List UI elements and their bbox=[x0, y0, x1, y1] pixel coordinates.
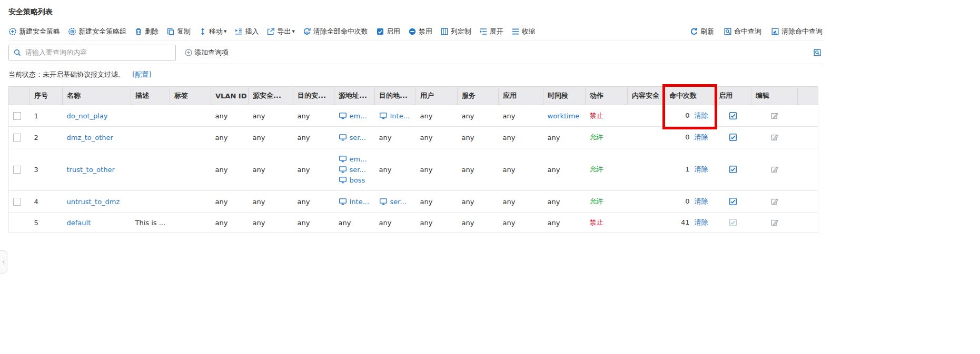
cell-dst_zone: any bbox=[293, 191, 334, 213]
chevron-left-icon bbox=[1, 259, 6, 265]
toolbar-button-hit-query[interactable]: 命中查询 bbox=[724, 27, 761, 36]
address-object-link[interactable]: ser... bbox=[390, 198, 407, 206]
cell-service: any bbox=[458, 191, 499, 213]
clear-hits-link[interactable]: 清除 bbox=[695, 112, 708, 119]
panel-collapse-handle[interactable] bbox=[0, 250, 7, 274]
address-object-link[interactable]: em... bbox=[350, 155, 367, 163]
toolbar-button-delete[interactable]: 删除 bbox=[134, 27, 159, 36]
cell-hits: 41清除 bbox=[665, 213, 715, 233]
edit-icon[interactable] bbox=[770, 112, 779, 120]
toolbar-button-column-custom[interactable]: 列定制 bbox=[440, 27, 471, 36]
search-input[interactable] bbox=[25, 48, 171, 56]
edit-icon[interactable] bbox=[770, 165, 779, 174]
row-select-checkbox[interactable] bbox=[13, 112, 21, 120]
policy-name-link[interactable]: untrust_to_dmz bbox=[67, 198, 120, 206]
time-range-link[interactable]: worktime bbox=[548, 112, 580, 120]
checkbox-checked-icon[interactable] bbox=[729, 133, 737, 141]
cell-dst_zone: any bbox=[293, 127, 334, 148]
row-select-checkbox[interactable] bbox=[13, 134, 21, 141]
toolbar-button-label: 收缩 bbox=[522, 27, 536, 36]
cell-src_addr: ser... bbox=[334, 127, 375, 148]
cell-dst_addr: any bbox=[375, 213, 416, 233]
hit-count-value: 41 bbox=[681, 218, 690, 226]
toolbar-left-group: 新建安全策略新建安全策略组删除复制移动▼插入导出▼00清除全部命中次数启用禁用列… bbox=[8, 27, 543, 36]
policy-row-trust_to_other: 3trust_to_otheranyanyanyem...ser...bossa… bbox=[9, 148, 818, 191]
cell-app: any bbox=[499, 148, 543, 191]
toolbar-button-new-policy-group[interactable]: 新建安全策略组 bbox=[68, 27, 126, 36]
toolbar-button-insert[interactable]: 插入 bbox=[234, 27, 259, 36]
edit-icon[interactable] bbox=[770, 218, 779, 227]
toolbar-button-copy[interactable]: 复制 bbox=[166, 27, 191, 36]
address-object-link[interactable]: ser... bbox=[350, 134, 366, 141]
toolbar-button-label: 移动 bbox=[209, 27, 223, 36]
policy-row-do_not_play: 1do_not_playanyanyanyem...Inte...anyanya… bbox=[9, 105, 818, 127]
cell-user: any bbox=[416, 213, 458, 233]
cell-name: untrust_to_dmz bbox=[63, 191, 131, 213]
clear-hits-link[interactable]: 清除 bbox=[695, 218, 708, 226]
toolbar-button-expand[interactable]: 展开 bbox=[479, 27, 503, 36]
row-select-checkbox[interactable] bbox=[13, 166, 21, 174]
edit-icon[interactable] bbox=[770, 133, 779, 141]
address-object: boss bbox=[339, 175, 371, 185]
cell-dst_addr: any bbox=[375, 148, 416, 191]
policy-row-dmz_to_other: 2dmz_to_otheranyanyanyser...anyanyanyany… bbox=[9, 127, 818, 148]
delete-icon bbox=[134, 27, 143, 36]
toolbar-button-label: 删除 bbox=[145, 27, 159, 36]
address-object-link[interactable]: boss bbox=[350, 176, 365, 184]
cell-app: any bbox=[499, 105, 543, 127]
row-select-checkbox[interactable] bbox=[13, 198, 21, 206]
column-header-name: 名称 bbox=[63, 87, 131, 105]
checkbox-checked-icon[interactable] bbox=[729, 165, 737, 174]
clear-hits-link[interactable]: 清除 bbox=[695, 133, 708, 141]
checkbox-checked-icon[interactable] bbox=[729, 112, 737, 120]
cell-desc bbox=[131, 148, 170, 191]
action-label: 允许 bbox=[590, 165, 603, 173]
policy-row-untrust_to_dmz: 4untrust_to_dmzanyanyanyInte...ser...any… bbox=[9, 191, 818, 213]
toolbar-button-move[interactable]: 移动▼ bbox=[199, 27, 226, 36]
toolbar-button-disable[interactable]: 禁用 bbox=[408, 27, 432, 36]
edit-icon[interactable] bbox=[770, 197, 779, 206]
svg-text:00: 00 bbox=[305, 31, 308, 34]
cell-select bbox=[9, 148, 30, 191]
address-object: ser... bbox=[379, 196, 412, 207]
hit-query-shortcut-button[interactable] bbox=[811, 47, 824, 58]
action-label: 允许 bbox=[590, 197, 603, 205]
clear-hits-link[interactable]: 清除 bbox=[695, 165, 708, 173]
cell-tag bbox=[170, 148, 211, 191]
toolbar-button-clear-all-hits[interactable]: 00清除全部命中次数 bbox=[303, 27, 368, 36]
toolbar-button-new-policy[interactable]: 新建安全策略 bbox=[8, 27, 60, 36]
toolbar-button-label: 复制 bbox=[177, 27, 191, 36]
add-query-button[interactable]: 添加查询项 bbox=[184, 48, 229, 57]
toolbar-button-collapse[interactable]: 收缩 bbox=[511, 27, 536, 36]
address-object-link[interactable]: em... bbox=[350, 112, 367, 120]
cell-dst_addr: any bbox=[375, 127, 416, 148]
cell-service: any bbox=[458, 213, 499, 233]
cell-edit bbox=[751, 191, 798, 213]
cell-select bbox=[9, 213, 30, 233]
column-header-edit: 编辑 bbox=[751, 87, 798, 105]
toolbar-button-label: 刷新 bbox=[700, 27, 714, 36]
cell-src_addr: any bbox=[334, 213, 375, 233]
toolbar-button-export[interactable]: 导出▼ bbox=[266, 27, 294, 36]
toolbar-button-clear-hit-query[interactable]: 清除命中查询 bbox=[771, 27, 823, 36]
cell-dst_zone: any bbox=[293, 213, 334, 233]
checkbox-checked-icon[interactable] bbox=[729, 197, 737, 206]
policy-name-link[interactable]: default bbox=[67, 219, 91, 227]
policy-name-link[interactable]: do_not_play bbox=[67, 112, 108, 120]
toolbar-button-enable[interactable]: 启用 bbox=[376, 27, 400, 36]
toolbar-button-label: 命中查询 bbox=[734, 27, 761, 36]
column-header-filler bbox=[798, 87, 818, 105]
toolbar-button-refresh[interactable]: 刷新 bbox=[690, 27, 714, 36]
cell-seq: 4 bbox=[30, 191, 63, 213]
config-link[interactable]: [配置] bbox=[132, 70, 151, 78]
clear-hits-link[interactable]: 清除 bbox=[695, 197, 708, 205]
status-row: 当前状态：未开启基础协议报文过滤。 [配置] bbox=[8, 64, 824, 86]
cell-app: any bbox=[499, 127, 543, 148]
policy-name-link[interactable]: dmz_to_other bbox=[67, 134, 113, 141]
address-object-link[interactable]: Inte... bbox=[390, 112, 410, 120]
address-object-link[interactable]: ser... bbox=[350, 166, 366, 174]
cell-name: default bbox=[63, 213, 131, 233]
address-object-link[interactable]: Inte... bbox=[350, 198, 370, 206]
add-policy-group-icon bbox=[68, 27, 76, 36]
policy-name-link[interactable]: trust_to_other bbox=[67, 166, 115, 174]
